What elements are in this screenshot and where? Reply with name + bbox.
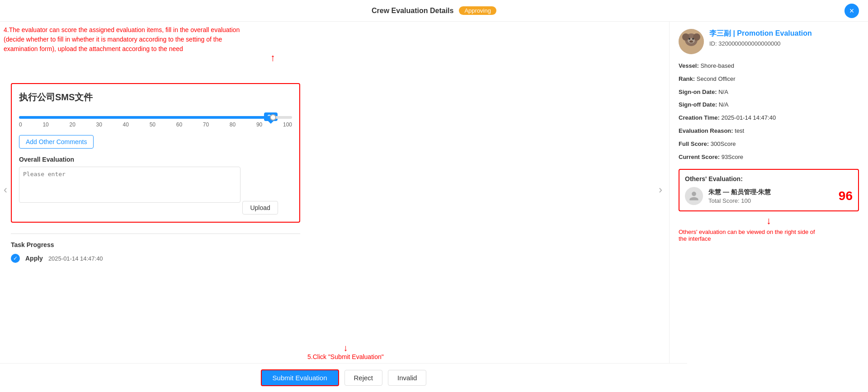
mark-90: 90 xyxy=(256,121,262,128)
reject-button[interactable]: Reject xyxy=(344,370,383,386)
svg-point-7 xyxy=(689,41,693,43)
task-check-icon: ✓ xyxy=(11,254,20,263)
left-panel: 执行公司SMS文件 93 0 10 20 30 40 50 60 70 80 xyxy=(0,22,669,392)
creation-row: Creation Time: 2025-01-14 14:47:40 xyxy=(679,113,859,123)
mark-20: 20 xyxy=(69,121,75,128)
mark-10: 10 xyxy=(42,121,48,128)
profile-name: 李三副 | Promotion Evaluation xyxy=(709,29,812,38)
sign-on-value: N/A xyxy=(718,89,728,95)
task-progress-label: Task Progress xyxy=(11,241,658,248)
vessel-value: Shore-based xyxy=(700,62,734,69)
current-score-value: 93Score xyxy=(722,154,743,160)
rank-row: Rank: Second Officer xyxy=(679,75,859,84)
invalid-button[interactable]: Invalid xyxy=(388,370,426,386)
eval-card-title: 执行公司SMS文件 xyxy=(19,91,292,103)
submit-evaluation-button[interactable]: Submit Evaluation xyxy=(261,369,339,386)
others-total: Total Score: 100 xyxy=(708,197,771,204)
right-annotation-text: Others' evaluation can be viewed on the … xyxy=(679,229,859,242)
others-avatar xyxy=(685,187,703,205)
full-score-value: 300Score xyxy=(711,140,736,147)
slider-track[interactable] xyxy=(19,116,292,119)
task-time: 2025-01-14 14:47:40 xyxy=(48,255,103,262)
main-content: 执行公司SMS文件 93 0 10 20 30 40 50 60 70 80 xyxy=(0,22,868,392)
rank-value: Second Officer xyxy=(697,75,736,82)
annotation-arrow-up: ↑ xyxy=(270,52,275,64)
mark-30: 30 xyxy=(96,121,102,128)
eval-card: 执行公司SMS文件 93 0 10 20 30 40 50 60 70 80 xyxy=(11,83,300,223)
upload-button[interactable]: Upload xyxy=(242,201,278,215)
mark-80: 80 xyxy=(230,121,236,128)
status-badge: Approving xyxy=(459,6,496,15)
avatar xyxy=(679,29,704,54)
task-name: Apply xyxy=(25,255,43,262)
current-score-row: Current Score: 93Score xyxy=(679,153,859,162)
right-panel: 李三副 | Promotion Evaluation ID: 320000000… xyxy=(669,22,868,392)
mark-70: 70 xyxy=(203,121,209,128)
eval-reason-value: test xyxy=(735,127,744,134)
bottom-action-bar: Submit Evaluation Reject Invalid xyxy=(0,363,687,392)
top-annotation: 4.The evaluator can score the assigned e… xyxy=(4,25,240,54)
header-bar: Crew Evaluation Details Approving × xyxy=(0,0,868,22)
annotation-text: 4.The evaluator can score the assigned e… xyxy=(4,26,240,52)
header-title: Crew Evaluation Details xyxy=(372,7,453,15)
sign-off-row: Sign-off Date: N/A xyxy=(679,100,859,110)
creation-label: Creation Time: xyxy=(679,114,720,121)
slider-container: 93 0 10 20 30 40 50 60 70 80 90 100 xyxy=(19,116,292,128)
slider-thumb xyxy=(270,114,276,121)
task-item: ✓ Apply 2025-01-14 14:47:40 xyxy=(11,254,658,263)
sign-on-label: Sign-on Date: xyxy=(679,89,717,95)
full-score-row: Full Score: 300Score xyxy=(679,140,859,149)
slider-fill xyxy=(19,116,273,119)
vessel-label: Vessel: xyxy=(679,62,699,69)
mark-60: 60 xyxy=(176,121,182,128)
right-arrow-icon: ↓ xyxy=(679,215,859,227)
eval-reason-row: Evaluation Reason: test xyxy=(679,126,859,136)
vessel-row: Vessel: Shore-based xyxy=(679,61,859,71)
task-progress-section: Task Progress ✓ Apply 2025-01-14 14:47:4… xyxy=(11,241,658,299)
sign-on-row: Sign-on Date: N/A xyxy=(679,88,859,97)
bottom-annotation: ↓ 5.Click "Submit Evaluation" xyxy=(307,343,384,360)
svg-point-6 xyxy=(692,38,694,40)
profile-id: ID: 3200000000000000000 xyxy=(709,40,812,47)
divider xyxy=(11,233,300,234)
eval-reason-label: Evaluation Reason: xyxy=(679,127,733,134)
svg-point-5 xyxy=(689,38,690,40)
overall-eval-label: Overall Evaluation xyxy=(19,156,292,163)
others-eval-box: Others' Evaluation: 朱慧 — 船员管理-朱慧 Total S… xyxy=(679,169,859,211)
creation-value: 2025-01-14 14:47:40 xyxy=(721,114,776,121)
current-score-label: Current Score: xyxy=(679,154,720,160)
mark-40: 40 xyxy=(123,121,129,128)
others-eval-title: Others' Evaluation: xyxy=(685,175,853,182)
bottom-annotation-text: 5.Click "Submit Evaluation" xyxy=(307,353,384,360)
add-comments-button[interactable]: Add Other Comments xyxy=(19,135,94,149)
others-evaluator-name: 朱慧 — 船员管理-朱慧 xyxy=(708,188,771,196)
sign-off-label: Sign-off Date: xyxy=(679,101,717,108)
mark-50: 50 xyxy=(150,121,156,128)
slider-marks: 0 10 20 30 40 50 60 70 80 90 100 xyxy=(19,121,292,128)
others-eval-row: 朱慧 — 船员管理-朱慧 Total Score: 100 96 xyxy=(685,187,853,205)
mark-0: 0 xyxy=(19,121,22,128)
sign-off-value: N/A xyxy=(719,101,729,108)
overall-eval-textarea[interactable] xyxy=(19,167,241,203)
rank-label: Rank: xyxy=(679,75,695,82)
full-score-label: Full Score: xyxy=(679,140,709,147)
profile-section: 李三副 | Promotion Evaluation ID: 320000000… xyxy=(679,29,859,54)
others-score: 96 xyxy=(839,189,853,203)
close-button[interactable]: × xyxy=(844,4,859,18)
mark-100: 100 xyxy=(283,121,292,128)
